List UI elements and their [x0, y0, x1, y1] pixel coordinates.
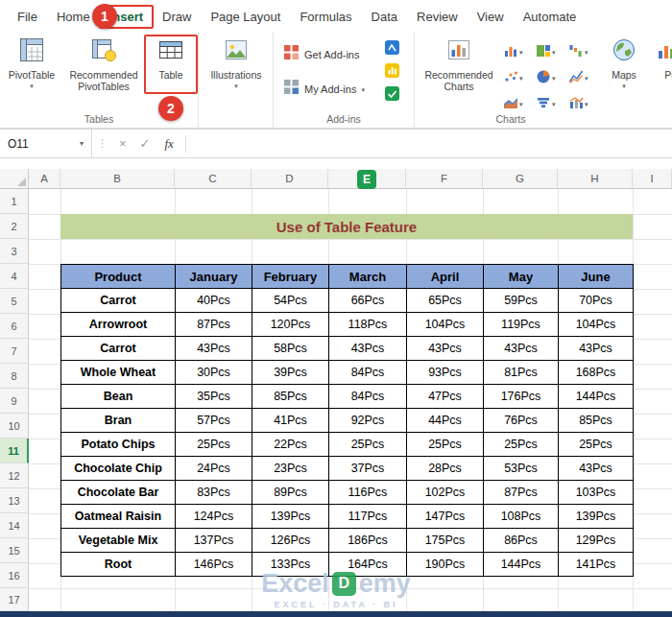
tab-page-layout[interactable]: Page Layout [201, 2, 290, 32]
row-header-14[interactable]: 14 [0, 513, 29, 538]
sheet-title-cell[interactable]: Use of Table Feature [60, 214, 633, 239]
table-header-cell[interactable]: June [559, 265, 634, 289]
product-cell[interactable]: Bran [61, 409, 176, 433]
value-cell[interactable]: 70Pcs [559, 289, 634, 313]
column-header-F[interactable]: F [406, 169, 483, 189]
product-cell[interactable]: Potato Chips [61, 433, 176, 457]
value-cell[interactable]: 25Pcs [407, 433, 484, 457]
column-header-I[interactable]: I [633, 169, 672, 189]
row-header-6[interactable]: 6 [0, 314, 29, 339]
value-cell[interactable]: 44Pcs [407, 409, 484, 433]
column-header-B[interactable]: B [60, 169, 175, 189]
value-cell[interactable]: 119Pcs [484, 313, 559, 337]
value-cell[interactable]: 43Pcs [176, 337, 252, 361]
value-cell[interactable]: 139Pcs [252, 505, 329, 529]
value-cell[interactable]: 25Pcs [484, 433, 559, 457]
value-cell[interactable]: 84Pcs [329, 361, 407, 385]
value-cell[interactable]: 190Pcs [407, 553, 484, 577]
row-header-17[interactable]: 17 [0, 588, 29, 611]
value-cell[interactable]: 43Pcs [407, 337, 484, 361]
value-cell[interactable]: 66Pcs [329, 289, 407, 313]
addin-shortcut-icon-green[interactable] [385, 86, 399, 105]
tab-formulas[interactable]: Formulas [290, 2, 361, 32]
formula-input[interactable] [190, 130, 672, 157]
column-header-D[interactable]: D [252, 169, 328, 189]
product-cell[interactable]: Carrot [61, 289, 176, 313]
tab-draw[interactable]: Draw [153, 2, 201, 32]
value-cell[interactable]: 144Pcs [484, 553, 559, 577]
product-cell[interactable]: Chocolate Chip [61, 457, 176, 481]
row-header-15[interactable]: 15 [0, 538, 29, 563]
value-cell[interactable]: 124Pcs [176, 505, 252, 529]
table-button[interactable]: Table [148, 37, 194, 91]
row-header-11[interactable]: 11 [0, 439, 29, 463]
value-cell[interactable]: 58Pcs [252, 337, 329, 361]
value-cell[interactable]: 129Pcs [559, 529, 634, 553]
recommended-pivottables-button[interactable]: Recommended PivotTables [61, 37, 146, 92]
value-cell[interactable]: 116Pcs [329, 481, 407, 505]
product-cell[interactable]: Bean [61, 385, 176, 409]
value-cell[interactable]: 43Pcs [484, 337, 559, 361]
value-cell[interactable]: 144Pcs [559, 385, 634, 409]
addin-shortcut-icon-blue[interactable] [385, 40, 399, 59]
column-header-A[interactable]: A [29, 169, 60, 189]
tab-data[interactable]: Data [362, 2, 407, 32]
table-header-cell[interactable]: January [176, 265, 252, 289]
cancel-button[interactable]: × [112, 136, 133, 151]
value-cell[interactable]: 84Pcs [329, 385, 407, 409]
value-cell[interactable]: 146Pcs [176, 553, 252, 577]
insert-column-chart-button[interactable]: ▾ [503, 39, 536, 65]
insert-function-button[interactable]: fx [157, 136, 181, 152]
pivotchart-button[interactable]: Pi [647, 37, 672, 81]
value-cell[interactable]: 137Pcs [176, 529, 252, 553]
value-cell[interactable]: 120Pcs [252, 313, 329, 337]
row-header-2[interactable]: 2 [0, 214, 29, 239]
column-header-H[interactable]: H [558, 169, 633, 189]
value-cell[interactable]: 89Pcs [252, 481, 329, 505]
value-cell[interactable]: 25Pcs [559, 433, 634, 457]
value-cell[interactable]: 118Pcs [329, 313, 407, 337]
value-cell[interactable]: 117Pcs [329, 505, 407, 529]
row-header-12[interactable]: 12 [0, 463, 29, 488]
column-header-E[interactable]: E [328, 169, 406, 189]
tab-view[interactable]: View [468, 2, 514, 32]
value-cell[interactable]: 175Pcs [407, 529, 484, 553]
enter-button[interactable]: ✓ [133, 136, 157, 151]
product-cell[interactable]: Vegetable Mix [61, 529, 176, 553]
illustrations-button[interactable]: Illustrations ▾ [205, 37, 267, 89]
value-cell[interactable]: 22Pcs [252, 433, 329, 457]
row-header-7[interactable]: 7 [0, 339, 29, 364]
value-cell[interactable]: 35Pcs [176, 385, 252, 409]
name-box[interactable]: O11 ▾ [0, 130, 92, 157]
value-cell[interactable]: 164Pcs [329, 553, 407, 577]
value-cell[interactable]: 85Pcs [252, 385, 329, 409]
row-header-3[interactable]: 3 [0, 239, 29, 264]
row-header-16[interactable]: 16 [0, 563, 29, 588]
value-cell[interactable]: 25Pcs [176, 433, 252, 457]
insert-waterfall-chart-button[interactable]: ▾ [568, 39, 601, 65]
table-header-cell[interactable]: March [329, 265, 407, 289]
my-addins-button[interactable]: My Add-ins ▾ [283, 79, 365, 99]
row-header-13[interactable]: 13 [0, 488, 29, 513]
product-cell[interactable]: Root [61, 553, 176, 577]
table-header-cell[interactable]: Product [61, 265, 176, 289]
value-cell[interactable]: 43Pcs [559, 457, 634, 481]
row-header-5[interactable]: 5 [0, 289, 29, 314]
value-cell[interactable]: 86Pcs [484, 529, 559, 553]
value-cell[interactable]: 102Pcs [407, 481, 484, 505]
value-cell[interactable]: 104Pcs [559, 313, 634, 337]
addin-shortcut-icon-yellow[interactable] [385, 63, 399, 82]
value-cell[interactable]: 92Pcs [329, 409, 407, 433]
row-header-8[interactable]: 8 [0, 364, 29, 389]
value-cell[interactable]: 59Pcs [484, 289, 559, 313]
value-cell[interactable]: 141Pcs [559, 553, 634, 577]
product-cell[interactable]: Oatmeal Raisin [61, 505, 176, 529]
column-header-C[interactable]: C [175, 169, 252, 189]
insert-pie-chart-button[interactable]: ▾ [536, 65, 568, 91]
tab-file[interactable]: File [8, 2, 47, 32]
value-cell[interactable]: 28Pcs [407, 457, 484, 481]
insert-line-chart-button[interactable]: ▾ [568, 65, 601, 91]
value-cell[interactable]: 186Pcs [329, 529, 407, 553]
value-cell[interactable]: 24Pcs [176, 457, 252, 481]
row-header-4[interactable]: 4 [0, 264, 29, 289]
